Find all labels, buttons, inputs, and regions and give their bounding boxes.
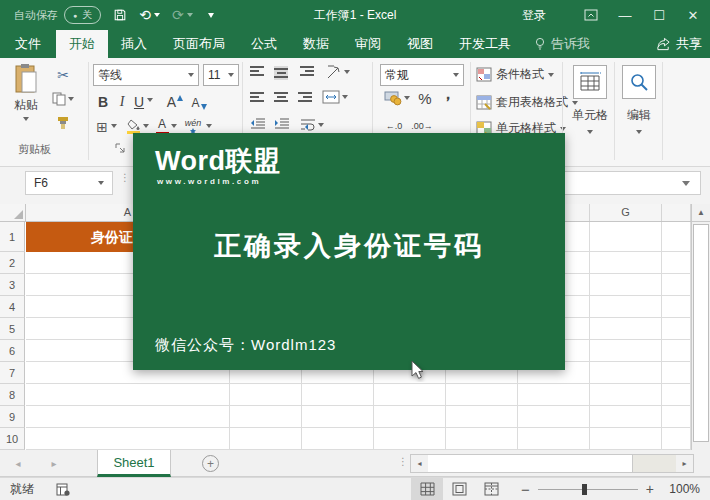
row-header-1[interactable]: 1 <box>0 222 25 252</box>
font-size-combobox[interactable]: 11 <box>203 64 239 86</box>
row-header-6[interactable]: 6 <box>0 340 25 362</box>
shrink-font-button[interactable]: A <box>190 94 208 112</box>
vertical-scroll-thumb[interactable] <box>693 224 709 442</box>
autosave-toggle[interactable]: ● 关 <box>64 6 101 24</box>
column-header-idx7[interactable] <box>662 204 691 221</box>
borders-button[interactable]: ⊞ <box>94 118 110 136</box>
scroll-up-button[interactable]: ▲ <box>692 204 710 222</box>
underline-dropdown[interactable] <box>147 98 153 102</box>
horizontal-scroll-thumb[interactable] <box>428 455 633 472</box>
share-button[interactable]: 共享 <box>656 30 702 58</box>
editing-button[interactable]: 编辑 <box>618 63 660 159</box>
ribbon-display-options-icon <box>584 9 598 21</box>
tab-insert[interactable]: 插入 <box>108 30 160 58</box>
percent-style-button[interactable]: % <box>416 88 434 108</box>
top-align-button[interactable] <box>250 66 264 76</box>
macro-record-button[interactable] <box>56 483 70 496</box>
new-sheet-button[interactable]: + <box>202 455 219 472</box>
wrap-text-button[interactable] <box>300 118 324 131</box>
font-name-combobox[interactable]: 等线 <box>93 64 199 86</box>
tell-me-box[interactable]: 告诉我 <box>524 30 600 58</box>
redo-button[interactable]: ⟳ <box>172 7 193 23</box>
tab-review[interactable]: 审阅 <box>342 30 394 58</box>
italic-button[interactable]: I <box>114 92 130 112</box>
column-header-G[interactable]: G <box>590 204 662 221</box>
decrease-decimal-button[interactable]: .00→ <box>410 118 434 134</box>
sheet-tab-sheet1[interactable]: Sheet1 <box>97 450 171 477</box>
merge-center-button[interactable] <box>322 90 348 104</box>
format-painter-button[interactable] <box>52 114 74 132</box>
close-button[interactable]: ✕ <box>676 0 710 30</box>
hscroll-resize-grip[interactable]: ⋮ <box>398 456 408 467</box>
sign-in-button[interactable]: 登录 <box>522 7 546 24</box>
conditional-formatting-button[interactable]: 条件格式 <box>476 66 554 83</box>
row-header-4[interactable]: 4 <box>0 296 25 318</box>
accounting-format-button[interactable] <box>384 90 410 106</box>
scroll-left-button[interactable]: ◂ <box>411 455 428 472</box>
paste-button[interactable]: 粘贴 <box>8 63 44 153</box>
scroll-right-button[interactable]: ▸ <box>676 455 693 472</box>
font-color-dropdown[interactable] <box>171 124 177 128</box>
vertical-scrollbar[interactable]: ▲ <box>691 204 710 450</box>
zoom-out-button[interactable]: − <box>521 481 530 498</box>
clipboard-dialog-launcher[interactable] <box>114 142 126 154</box>
row-header-8[interactable]: 8 <box>0 384 25 406</box>
underline-button[interactable]: U <box>131 92 147 112</box>
tab-file[interactable]: 文件 <box>0 30 56 58</box>
horizontal-scrollbar[interactable]: ◂ ▸ <box>410 454 694 473</box>
cut-button[interactable]: ✂ <box>52 66 74 84</box>
bottom-align-button[interactable] <box>300 66 314 76</box>
minimize-button[interactable]: — <box>608 0 642 30</box>
namebox-resize-grip[interactable]: ⋮ <box>120 175 130 180</box>
sheet-nav-right-button[interactable]: ▸ <box>44 450 64 477</box>
row-header-7[interactable]: 7 <box>0 362 25 384</box>
name-box[interactable]: F6 <box>25 171 113 195</box>
tab-developer[interactable]: 开发工具 <box>446 30 524 58</box>
ribbon-tab-row: 文件 开始 插入 页面布局 公式 数据 审阅 视图 开发工具 告诉我 共享 <box>0 30 710 58</box>
increase-decimal-button[interactable]: ←.0 <box>382 118 406 134</box>
tab-formulas[interactable]: 公式 <box>238 30 290 58</box>
orientation-button[interactable] <box>326 64 350 80</box>
align-left-button[interactable] <box>250 92 264 102</box>
center-button[interactable] <box>274 92 288 102</box>
row-header-3[interactable]: 3 <box>0 274 25 296</box>
tab-view[interactable]: 视图 <box>394 30 446 58</box>
zoom-in-button[interactable]: + <box>646 481 654 497</box>
sheet-nav-left-button[interactable]: ◂ <box>8 450 28 477</box>
decrease-indent-button[interactable] <box>250 118 266 130</box>
zoom-slider-thumb[interactable] <box>582 484 587 495</box>
tab-data[interactable]: 数据 <box>290 30 342 58</box>
horizontal-scroll-track[interactable] <box>633 455 676 472</box>
zoom-level[interactable]: 100% <box>662 482 700 496</box>
formula-bar-expand-icon[interactable] <box>682 181 690 186</box>
page-layout-view-button[interactable] <box>443 478 475 500</box>
increase-indent-button[interactable] <box>274 118 290 130</box>
tab-home[interactable]: 开始 <box>56 30 108 58</box>
row-header-5[interactable]: 5 <box>0 318 25 340</box>
undo-button[interactable]: ⟲ <box>139 7 160 23</box>
row-header-2[interactable]: 2 <box>0 252 25 274</box>
phonetic-dropdown[interactable] <box>206 124 212 128</box>
borders-dropdown[interactable] <box>111 124 117 128</box>
normal-view-button[interactable] <box>411 478 443 500</box>
comma-style-button[interactable]: ， <box>440 84 456 104</box>
comma-icon: ， <box>440 84 456 105</box>
customize-quick-access-button[interactable] <box>205 13 214 18</box>
align-right-button[interactable] <box>298 92 312 102</box>
gridline-vertical <box>589 222 590 450</box>
copy-button[interactable] <box>52 90 74 108</box>
fill-color-dropdown[interactable] <box>143 124 149 128</box>
middle-align-button[interactable] <box>274 66 288 80</box>
bold-button[interactable]: B <box>94 92 112 112</box>
select-all-corner[interactable] <box>0 204 26 222</box>
grow-font-button[interactable]: A <box>166 92 184 112</box>
ribbon-display-options-button[interactable] <box>574 0 608 30</box>
maximize-button[interactable]: ☐ <box>642 0 676 30</box>
page-break-view-button[interactable] <box>475 478 507 500</box>
row-header-10[interactable]: 10 <box>0 428 25 450</box>
row-header-9[interactable]: 9 <box>0 406 25 428</box>
cells-button[interactable]: 单元格 <box>568 63 612 159</box>
tab-page-layout[interactable]: 页面布局 <box>160 30 238 58</box>
zoom-slider[interactable] <box>538 489 638 490</box>
save-button[interactable] <box>113 8 127 22</box>
